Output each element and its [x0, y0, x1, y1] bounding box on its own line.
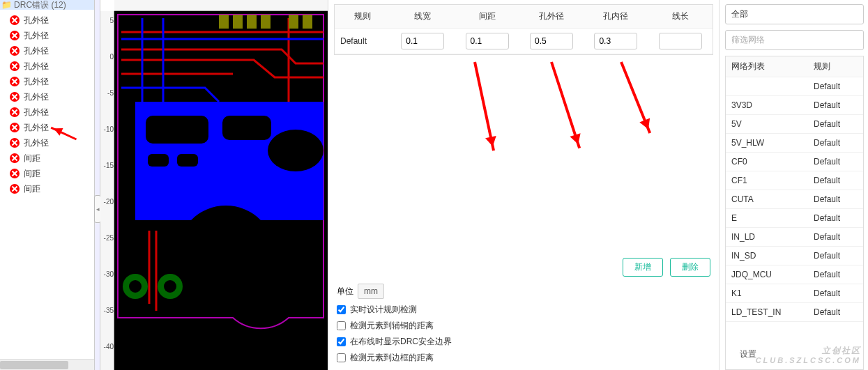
- net-rule-cell: Default: [808, 134, 863, 152]
- error-icon: [10, 169, 20, 178]
- checkbox-row[interactable]: 检测元素到辅铜的距离: [334, 318, 713, 334]
- nets-table-row[interactable]: CF1Default: [726, 171, 863, 190]
- nets-table: 网络列表 规则 Default3V3DDefault5VDefault5V_HL…: [725, 56, 864, 370]
- net-name-cell: CUTA: [726, 190, 808, 208]
- nets-table-row[interactable]: Default: [726, 77, 863, 96]
- rules-blank-area: [334, 55, 713, 254]
- unit-value[interactable]: mm: [358, 284, 384, 299]
- drc-error-item[interactable]: 孔外径: [0, 105, 94, 120]
- checkbox[interactable]: [337, 305, 346, 314]
- nets-table-row[interactable]: LD_TEST_INDefault: [726, 303, 863, 322]
- drc-error-panel: 📁 DRC错误 (12) 孔外径孔外径孔外径孔外径孔外径孔外径孔外径孔外径孔外径…: [0, 0, 95, 370]
- checkbox[interactable]: [337, 321, 346, 330]
- annotation-arrow: [550, 61, 581, 148]
- nets-table-row[interactable]: 3V3DDefault: [726, 96, 863, 115]
- svg-rect-11: [233, 15, 243, 29]
- nets-table-row[interactable]: 5V_HLWDefault: [726, 134, 863, 153]
- error-icon: [10, 184, 20, 194]
- drc-error-item[interactable]: 孔外径: [0, 28, 94, 43]
- unit-label: 单位: [337, 286, 353, 298]
- checkbox[interactable]: [337, 353, 346, 362]
- rules-header-cell[interactable]: 间距: [455, 5, 519, 28]
- nets-table-row[interactable]: JDQ_MCUDefault: [726, 265, 863, 284]
- drc-error-list: 孔外径孔外径孔外径孔外径孔外径孔外径孔外径孔外径孔外径间距间距间距: [0, 10, 94, 359]
- nets-header-name[interactable]: 网络列表: [726, 56, 808, 77]
- net-rule-cell: Default: [808, 77, 863, 95]
- nets-table-row[interactable]: EDefault: [726, 209, 863, 228]
- net-name-cell: [726, 77, 808, 95]
- nets-header-rule[interactable]: 规则: [808, 56, 863, 77]
- nets-table-row[interactable]: CUTADefault: [726, 190, 863, 209]
- annotation-arrow: [473, 62, 495, 151]
- pcb-view[interactable]: [114, 11, 328, 370]
- nets-table-row[interactable]: K1Default: [726, 284, 863, 303]
- net-rule-cell: Default: [808, 96, 863, 114]
- checkbox-row[interactable]: 检测元素到边框的距离: [334, 350, 713, 366]
- splitter[interactable]: ◂: [95, 0, 100, 370]
- drc-error-item[interactable]: 间距: [0, 151, 94, 166]
- error-icon: [10, 61, 20, 71]
- error-label: 孔外径: [24, 107, 49, 118]
- drc-error-item[interactable]: 孔外径: [0, 59, 94, 74]
- svg-rect-15: [303, 15, 312, 29]
- nets-table-row[interactable]: CF0Default: [726, 153, 863, 171]
- via-inner-input[interactable]: [594, 33, 637, 49]
- error-label: 孔外径: [24, 61, 49, 72]
- line-width-input[interactable]: [401, 33, 444, 49]
- drc-error-item[interactable]: 孔外径: [0, 135, 94, 151]
- net-name-cell: CF0: [726, 153, 808, 171]
- rules-header-cell[interactable]: 孔内径: [584, 5, 648, 28]
- checkbox-label: 实时设计规则检测: [350, 304, 417, 316]
- ruler-tick: -30: [101, 270, 114, 278]
- right-panel: 规则线宽间距孔外径孔内径线长 Default 新增 删除 单位 mm 实时设计规…: [328, 0, 868, 370]
- error-icon: [10, 46, 20, 56]
- drc-error-item[interactable]: 间距: [0, 181, 94, 196]
- nets-table-body[interactable]: Default3V3DDefault5VDefault5V_HLWDefault…: [726, 77, 863, 369]
- checkbox-row[interactable]: 实时设计规则检测: [334, 302, 713, 318]
- nets-table-header: 网络列表 规则: [726, 56, 863, 77]
- drc-error-item[interactable]: 孔外径: [0, 74, 94, 89]
- ruler-tick: 0: [101, 53, 114, 61]
- checkbox[interactable]: [337, 337, 346, 346]
- rules-header-cell[interactable]: 规则: [335, 5, 390, 28]
- error-label: 孔外径: [24, 122, 49, 134]
- line-length-input[interactable]: [659, 33, 702, 49]
- net-rule-cell: Default: [808, 209, 863, 227]
- error-label: 间距: [24, 183, 40, 195]
- rules-column: 规则线宽间距孔外径孔内径线长 Default 新增 删除 单位 mm 实时设计规…: [328, 0, 719, 370]
- horizontal-scrollbar[interactable]: [0, 359, 94, 370]
- error-label: 孔外径: [24, 91, 49, 103]
- scrollbar-thumb[interactable]: [0, 361, 68, 369]
- svg-rect-2: [222, 116, 271, 140]
- drc-error-item[interactable]: 孔外径: [0, 120, 94, 135]
- ruler-tick: -35: [101, 307, 114, 314]
- svg-rect-5: [177, 154, 198, 167]
- pcb-canvas[interactable]: 50-5-10-15-20-25-30-35-40: [100, 0, 328, 370]
- svg-rect-4: [148, 154, 169, 167]
- net-name-cell: LD_TEST_IN: [726, 303, 808, 321]
- nets-filter-input[interactable]: 筛选网络: [725, 30, 864, 50]
- folder-icon: 📁: [1, 0, 12, 10]
- rules-header-cell[interactable]: 孔外径: [519, 5, 584, 28]
- net-rule-cell: Default: [808, 284, 863, 302]
- svg-point-9: [164, 280, 176, 293]
- delete-button[interactable]: 删除: [670, 258, 710, 277]
- nets-table-row[interactable]: IN_LDDefault: [726, 228, 863, 247]
- via-outer-input[interactable]: [530, 33, 573, 49]
- rules-header-cell[interactable]: 线长: [648, 5, 713, 28]
- rules-header-cell[interactable]: 线宽: [390, 5, 455, 28]
- ruler-tick: -40: [101, 343, 114, 350]
- drc-error-item[interactable]: 间距: [0, 166, 94, 181]
- nets-all-select[interactable]: 全部: [725, 4, 864, 24]
- error-icon: [10, 123, 20, 132]
- nets-table-row[interactable]: 5VDefault: [726, 115, 863, 134]
- drc-error-item[interactable]: 孔外径: [0, 13, 94, 28]
- drc-error-item[interactable]: 孔外径: [0, 89, 94, 105]
- add-button[interactable]: 新增: [623, 258, 663, 277]
- checkbox-row[interactable]: 在布线时显示DRC安全边界: [334, 334, 713, 350]
- clearance-input[interactable]: [466, 33, 509, 49]
- checkbox-label: 检测元素到辅铜的距离: [350, 320, 434, 332]
- rules-table-row[interactable]: Default: [335, 29, 713, 54]
- nets-table-row[interactable]: IN_SDDefault: [726, 247, 863, 265]
- drc-error-item[interactable]: 孔外径: [0, 43, 94, 59]
